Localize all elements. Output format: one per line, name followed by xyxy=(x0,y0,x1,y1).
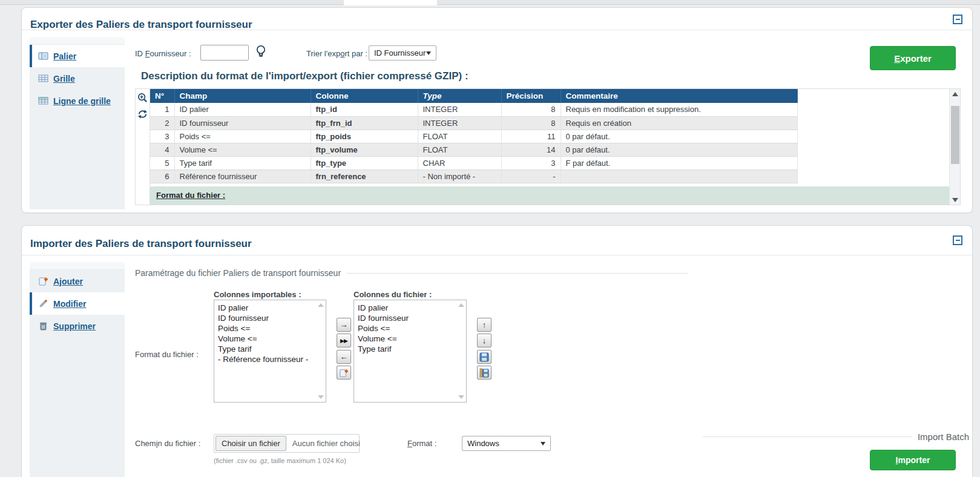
move-down-button[interactable]: ↓ xyxy=(477,334,492,347)
format-select[interactable]: Windows xyxy=(462,436,551,451)
list-item[interactable]: ID palier xyxy=(218,303,316,313)
sidebar-top-strip xyxy=(30,262,125,270)
cell-colonne: ftp_volume xyxy=(311,143,418,156)
format-table: N° Champ Colonne Type Précision Commenta… xyxy=(150,89,798,183)
zoom-plus-icon[interactable] xyxy=(137,93,148,103)
col-header-precision: Précision xyxy=(501,89,561,103)
format-value: Windows xyxy=(467,439,499,448)
list-item[interactable]: - Référence fournisseur - xyxy=(218,354,316,364)
cell-precision: 3 xyxy=(501,156,561,169)
move-up-button[interactable]: ↑ xyxy=(477,318,492,332)
cell-colonne: ftp_poids xyxy=(311,130,418,143)
exporter-button[interactable]: Exporter xyxy=(870,46,956,70)
load-format-button[interactable] xyxy=(477,366,492,380)
cell-precision: 8 xyxy=(501,103,561,116)
list-scroll-down-icon[interactable] xyxy=(458,395,464,399)
sidebar-item-label: Supprimer xyxy=(53,321,96,331)
cell-type: FLOAT xyxy=(418,130,501,143)
sidebar-item-label: Palier xyxy=(53,51,76,61)
importer-button[interactable]: Importer xyxy=(870,450,956,470)
export-panel: Exporter des Paliers de transport fourni… xyxy=(21,7,973,213)
collapse-export-button[interactable] xyxy=(953,15,962,24)
col-header-colonne: Colonne xyxy=(311,89,418,103)
cell-precision: - xyxy=(501,169,561,183)
lightbulb-hint-icon[interactable] xyxy=(254,44,268,61)
fieldset-line xyxy=(703,436,912,437)
list-item[interactable]: Volume <= xyxy=(218,334,316,344)
col-header-type: Type xyxy=(418,89,501,103)
sidebar-item-label: Ligne de grille xyxy=(53,96,111,106)
table-row: 5 Type tarif ftp_type CHAR 3 F par défau… xyxy=(150,156,797,169)
collapse-import-button[interactable] xyxy=(953,235,962,245)
active-tab-notch[interactable] xyxy=(344,0,437,5)
file-format-note-text: Le fichier est au format CSV, de type "D… xyxy=(156,204,943,205)
list-scroll-down-icon[interactable] xyxy=(318,395,324,399)
cell-precision: 14 xyxy=(501,143,561,156)
table-vertical-scrollbar[interactable] xyxy=(949,89,960,205)
file-format-note-title: Format du fichier : xyxy=(156,191,943,200)
sort-by-value: ID Fournisseur xyxy=(374,48,426,58)
cell-champ: ID fournisseur xyxy=(174,116,311,130)
sidebar-item-palier[interactable]: Palier xyxy=(30,45,125,67)
cell-type: - Non importé - xyxy=(418,169,501,183)
trash-icon xyxy=(38,321,48,331)
cell-champ: Référence fournisseur xyxy=(174,169,311,183)
list-item[interactable]: Type tarif xyxy=(218,344,316,354)
cell-commentaire: 0 par défaut. xyxy=(561,143,797,156)
list-item[interactable]: ID fournisseur xyxy=(218,313,316,323)
cell-colonne: ftp_id xyxy=(311,103,418,116)
table-row: 3 Poids <= ftp_poids FLOAT 11 0 par défa… xyxy=(150,130,797,143)
chevron-down-icon xyxy=(426,51,431,55)
cell-precision: 8 xyxy=(501,116,561,130)
scroll-down-arrow[interactable] xyxy=(950,195,961,205)
list-item[interactable]: Type tarif xyxy=(358,344,456,354)
table-row: 2 ID fournisseur ftp_frn_id INTEGER 8 Re… xyxy=(150,116,797,130)
new-format-button[interactable] xyxy=(337,366,351,380)
export-panel-title: Exporter des Paliers de transport fourni… xyxy=(30,19,252,31)
list-item[interactable]: Poids <= xyxy=(358,323,456,334)
save-format-button[interactable] xyxy=(477,350,492,364)
sidebar-item-ligne-de-grille[interactable]: Ligne de grille xyxy=(30,90,125,112)
table-row: 4 Volume <= ftp_volume FLOAT 14 0 par dé… xyxy=(150,143,797,156)
move-right-button[interactable]: → xyxy=(337,318,351,332)
sidebar-item-grille[interactable]: Grille xyxy=(30,67,125,90)
sidebar-item-label: Grille xyxy=(53,74,75,84)
cell-commentaire: Requis en création xyxy=(561,116,797,130)
cell-type: INTEGER xyxy=(418,103,501,116)
refresh-icon[interactable] xyxy=(137,109,148,119)
list-item[interactable]: Poids <= xyxy=(218,323,316,334)
cell-type: FLOAT xyxy=(418,143,501,156)
list-scroll-up-icon[interactable] xyxy=(318,303,324,307)
cell-champ: ID palier xyxy=(174,103,311,116)
format-du-fichier-label: Format du fichier : xyxy=(135,350,199,359)
list-item[interactable]: ID palier xyxy=(358,303,456,313)
file-columns-listbox[interactable]: ID palierID fournisseurPoids <=Volume <=… xyxy=(354,300,467,403)
sidebar-item-supprimer[interactable]: Supprimer xyxy=(30,315,125,337)
sort-by-select[interactable]: ID Fournisseur xyxy=(369,45,436,61)
cell-num: 5 xyxy=(150,156,174,169)
divider xyxy=(22,255,972,255)
scrollbar-thumb[interactable] xyxy=(951,106,959,164)
list-item[interactable]: Volume <= xyxy=(358,334,456,344)
format-label: Format : xyxy=(407,439,436,448)
cell-colonne: frn_reference xyxy=(311,169,418,183)
cell-num: 3 xyxy=(150,130,174,143)
sidebar-item-ajouter[interactable]: Ajouter xyxy=(30,270,125,292)
importable-columns-listbox[interactable]: ID palierID fournisseurPoids <=Volume <=… xyxy=(214,300,326,403)
scroll-up-arrow[interactable] xyxy=(950,89,961,99)
cell-colonne: ftp_frn_id xyxy=(311,116,418,130)
move-all-right-button[interactable]: ▶▶ xyxy=(337,334,351,347)
pencil-icon xyxy=(38,298,48,309)
choose-file-button[interactable]: Choisir un fichier xyxy=(215,436,286,451)
list-item[interactable]: ID fournisseur xyxy=(358,313,456,323)
list-scroll-up-icon[interactable] xyxy=(458,303,464,307)
sidebar-item-modifier[interactable]: Modifier xyxy=(30,292,125,315)
id-fournisseur-input[interactable] xyxy=(200,45,249,61)
sidebar-item-label: Modifier xyxy=(53,299,86,309)
no-file-chosen-text: Aucun fichier choisi xyxy=(292,439,360,448)
sidebar-item-label: Ajouter xyxy=(53,277,83,286)
move-left-button[interactable]: ← xyxy=(337,350,351,364)
file-input[interactable]: Choisir un fichier Aucun fichier choisi xyxy=(214,434,360,453)
file-hint-text: (fichier .csv ou .gz, taille maximum 1 0… xyxy=(214,457,346,464)
col-header-champ: Champ xyxy=(174,89,311,103)
